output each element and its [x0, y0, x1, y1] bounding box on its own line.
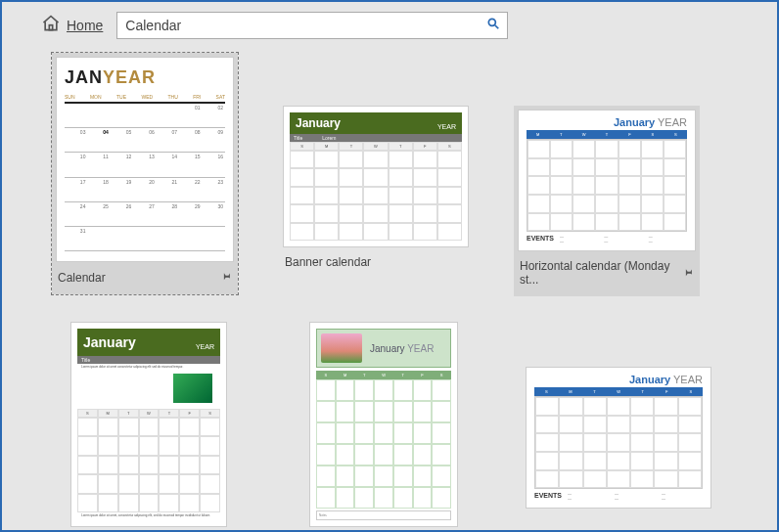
- template-tile-family-calendar[interactable]: January YEAR SMTWTFS Notes: [291, 322, 477, 527]
- svg-line-2: [495, 25, 499, 29]
- template-thumbnail: January YEAR SMTWTFS Notes: [309, 322, 458, 527]
- topbar: Home: [2, 2, 777, 47]
- template-thumbnail: JANYEAR SUNMONTUEWEDTHUFRISAT 0102 03040…: [56, 57, 234, 262]
- search-box[interactable]: [116, 12, 508, 39]
- template-thumbnail: JanuaryYEAR TitleLorem SMTWTFS: [283, 106, 469, 247]
- template-thumbnail: January YEAR SMTWTFS EVENTS——————: [526, 367, 711, 509]
- search-button[interactable]: [480, 13, 507, 38]
- pin-icon[interactable]: [682, 266, 694, 281]
- search-input[interactable]: [117, 18, 480, 33]
- home-icon: [41, 14, 61, 37]
- template-label: Horizontal calendar (Monday st...: [520, 259, 682, 287]
- svg-rect-0: [49, 25, 52, 30]
- search-icon: [486, 17, 500, 34]
- template-tile-banner-calendar[interactable]: JanuaryYEAR TitleLorem SMTWTFS Banner ca…: [283, 106, 469, 275]
- pin-icon[interactable]: [220, 270, 232, 285]
- template-label: Banner calendar: [285, 255, 371, 269]
- template-thumbnail: JanuaryYEAR Title Lorem ipsum dolor sit …: [70, 322, 227, 527]
- template-gallery: JANYEAR SUNMONTUEWEDTHUFRISAT 0102 03040…: [2, 47, 777, 527]
- svg-point-1: [489, 19, 496, 25]
- template-thumbnail: January YEAR MTWTFSS EVENTS——————: [518, 110, 696, 251]
- template-label: Calendar: [58, 271, 106, 285]
- home-label: Home: [67, 18, 103, 33]
- home-link[interactable]: Home: [41, 14, 103, 37]
- template-tile-banner-portrait[interactable]: JanuaryYEAR Title Lorem ipsum dolor sit …: [56, 322, 242, 527]
- template-tile-horizontal-calendar[interactable]: January YEAR MTWTFSS EVENTS—————— Horizo…: [514, 106, 700, 296]
- template-tile-calendar[interactable]: JANYEAR SUNMONTUEWEDTHUFRISAT 0102 03040…: [52, 53, 238, 294]
- template-tile-horizontal-calendar-2[interactable]: January YEAR SMTWTFS EVENTS——————: [526, 367, 711, 509]
- template-gallery-panel: Home JANYEAR SUNMONTUEWEDTHUFRI: [0, 0, 779, 532]
